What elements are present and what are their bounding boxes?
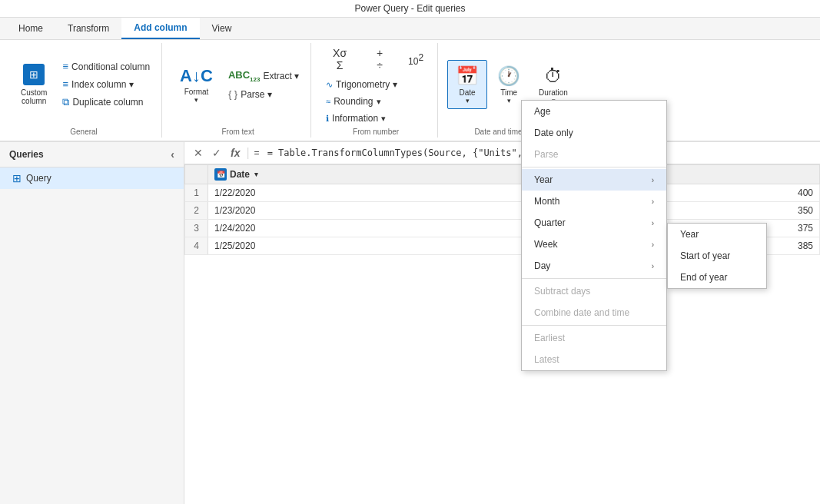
time-label: Time [500, 88, 517, 97]
rounding-icon: ≈ [326, 97, 330, 106]
tab-add-column[interactable]: Add column [121, 18, 199, 39]
dropdown-item-age[interactable]: Age [522, 101, 666, 122]
date-column-arrow[interactable]: ▾ [254, 171, 258, 178]
info-icon: ℹ [326, 114, 329, 124]
separator-2 [522, 278, 666, 279]
formula-bar: ✕ ✓ fx | = [184, 142, 820, 164]
dropdown-item-parse: Parse [522, 144, 666, 165]
parse-button[interactable]: { } Parse ▾ [223, 86, 304, 102]
trig-label: Trigonometry ▾ [336, 79, 397, 90]
dropdown-item-quarter[interactable]: Quarter › [522, 212, 666, 234]
cancel-formula-icon[interactable]: ✕ [191, 145, 206, 161]
row-num-2: 2 [185, 202, 208, 220]
rounding-button[interactable]: ≈ Rounding ▾ [320, 94, 431, 109]
year-chevron: › [652, 176, 654, 184]
row-num-4: 4 [185, 237, 208, 255]
end-of-year-label: End of year [680, 272, 727, 283]
submenu-item-end-of-year[interactable]: End of year [668, 267, 766, 288]
ribbon-tabs: Home Transform Add column View [0, 18, 820, 40]
information-button[interactable]: ℹ Information ▾ [320, 111, 431, 126]
app-title: Power Query - Edit queries [354, 3, 465, 14]
dropdown-item-year[interactable]: Year › [522, 169, 666, 191]
year-label: Year [534, 174, 553, 185]
equals-sign: = [253, 148, 261, 158]
date-icon: 📅 [456, 65, 479, 87]
separator-3 [522, 325, 666, 326]
day-label: Day [534, 260, 550, 271]
sidebar-item-label: Query [26, 173, 51, 184]
table-row[interactable]: 1 1/22/2020 400 [185, 184, 820, 202]
submenu-item-start-of-year[interactable]: Start of year [668, 245, 766, 267]
date-type-icon: 📅 [214, 168, 227, 181]
dropdown-item-month[interactable]: Month › [522, 191, 666, 212]
index-label: Index column ▾ [71, 79, 134, 90]
dropdown-item-subtract-days: Subtract days [522, 280, 666, 302]
content-area: ✕ ✓ fx | = 📅 Date ▾ [184, 142, 820, 504]
sidebar-item-query[interactable]: ⊞ Query [0, 167, 184, 189]
duplicate-label: Duplicate column [72, 97, 143, 108]
standard-button[interactable]: +÷ [360, 43, 399, 75]
text-small-buttons: ABC123 Extract ▾ { } Parse ▾ [223, 67, 304, 103]
parse-icon: { } [228, 88, 237, 100]
table-row[interactable]: 2 1/23/2020 350 [185, 202, 820, 220]
general-small-buttons: ≡ Conditional column ≡ Index column ▾ ⧉ … [57, 58, 155, 111]
date-header-container: 📅 Date ▾ [214, 168, 558, 181]
row-2-date: 1/23/2020 [208, 202, 565, 220]
standard-icon: +÷ [377, 47, 383, 71]
ribbon-group-from-text: A↓C Format ▾ ABC123 Extract ▾ { } Parse … [165, 43, 311, 138]
dropdown-item-week[interactable]: Week › [522, 234, 666, 255]
month-chevron: › [652, 197, 654, 206]
age-label: Age [534, 106, 550, 117]
earliest-label: Earliest [534, 333, 565, 343]
extract-button[interactable]: ABC123 Extract ▾ [223, 67, 304, 85]
query-icon: ⊞ [12, 172, 22, 184]
extract-icon: ABC123 [228, 69, 261, 83]
scientific-button[interactable]: 102 [400, 43, 431, 75]
custom-column-label: Customcolumn [21, 88, 47, 105]
latest-label: Latest [534, 354, 559, 365]
number-top-buttons: XσΣ +÷ 102 ∿ Trigonometry ▾ [320, 43, 431, 126]
conditional-icon: ≡ [62, 61, 68, 72]
trig-icon: ∿ [326, 80, 333, 90]
month-label: Month [534, 196, 559, 207]
custom-column-button[interactable]: ⊞ Customcolumn [12, 60, 55, 109]
parse-label: Parse ▾ [241, 89, 272, 100]
confirm-formula-icon[interactable]: ✓ [209, 145, 224, 161]
dropdown-item-date-only[interactable]: Date only [522, 122, 666, 144]
scientific-icon: 102 [408, 52, 423, 67]
tab-home[interactable]: Home [6, 18, 55, 39]
index-icon: ≡ [62, 78, 68, 90]
index-column-button[interactable]: ≡ Index column ▾ [57, 76, 155, 92]
start-of-year-label: Start of year [680, 250, 730, 261]
dropdown-item-day[interactable]: Day › [522, 255, 666, 277]
quarter-label: Quarter [534, 217, 566, 228]
extract-label: Extract ▾ [263, 71, 299, 81]
date-column-header[interactable]: 📅 Date ▾ [208, 165, 565, 184]
tab-transform[interactable]: Transform [55, 18, 121, 39]
main-area: Queries ‹ ⊞ Query ✕ ✓ fx | = [0, 142, 820, 504]
submenu-item-year[interactable]: Year [668, 224, 766, 245]
tab-view[interactable]: View [200, 18, 244, 39]
year-submenu: Year Start of year End of year [667, 223, 767, 289]
general-buttons: ⊞ Customcolumn ≡ Conditional column ≡ In… [12, 43, 155, 126]
sidebar-collapse-icon[interactable]: ‹ [171, 148, 174, 161]
duration-icon: ⏱ [544, 65, 563, 87]
duration-label: Duration [539, 88, 568, 97]
date-dropdown-menu: Age Date only Parse Year › Month › Quart… [521, 100, 667, 371]
statistics-button[interactable]: XσΣ [320, 43, 359, 75]
trigonometry-button[interactable]: ∿ Trigonometry ▾ [320, 77, 431, 92]
duplicate-column-button[interactable]: ⧉ Duplicate column [57, 94, 155, 111]
row-3-date: 1/24/2020 [208, 220, 565, 237]
time-icon: 🕐 [497, 65, 520, 87]
conditional-column-button[interactable]: ≡ Conditional column [57, 58, 155, 75]
info-label: Information [332, 113, 378, 124]
sidebar-title: Queries [9, 149, 44, 160]
date-button[interactable]: 📅 Date ▾ [447, 60, 487, 109]
format-button[interactable]: A↓C Format ▾ [171, 60, 221, 109]
row-num-3: 3 [185, 220, 208, 237]
sidebar-header: Queries ‹ [0, 142, 184, 167]
year-option-label: Year [680, 229, 699, 240]
from-text-label: From text [221, 126, 254, 138]
dropdown-item-combine: Combine date and time [522, 302, 666, 323]
subtract-days-label: Subtract days [534, 286, 590, 297]
